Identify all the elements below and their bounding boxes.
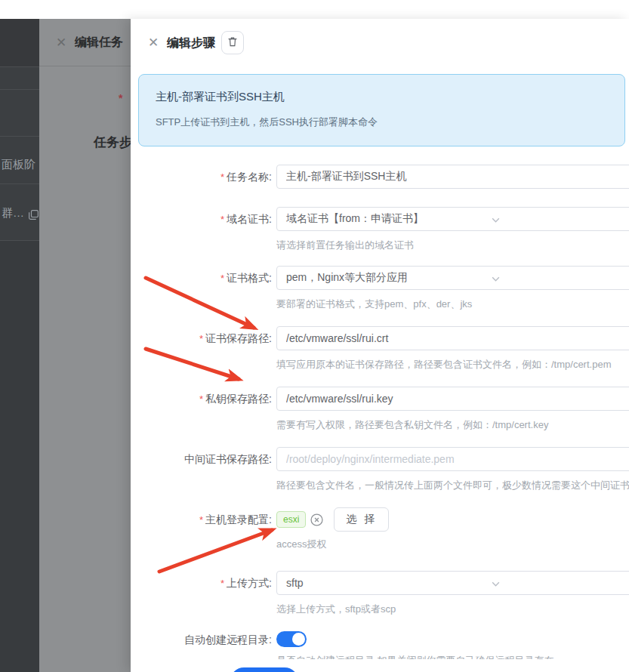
form-row-host-access: *主机登录配置: esxi 选 择 access授权 bbox=[131, 506, 629, 566]
toggle-knob bbox=[292, 633, 305, 646]
step-form: *任务名称: *域名证书: 域名证书【from：申请证书】 请选择前置任务输出的… bbox=[131, 19, 629, 659]
choose-access-button[interactable]: 选 择 bbox=[334, 507, 389, 532]
required-mark: * bbox=[220, 171, 224, 183]
chevron-down-icon bbox=[491, 578, 501, 588]
select-value: sftp bbox=[286, 577, 304, 589]
remove-tag-icon[interactable] bbox=[310, 513, 323, 526]
field-label: 主机登录配置: bbox=[205, 513, 272, 526]
form-row-upload-method: *上传方式: sftp 选择上传方式，sftp或者scp bbox=[131, 571, 629, 631]
domain-cert-select[interactable]: 域名证书【from：申请证书】 bbox=[276, 207, 629, 231]
field-label: 任务名称: bbox=[227, 171, 272, 183]
field-label: 上传方式: bbox=[227, 577, 272, 589]
field-label: 证书保存路径: bbox=[205, 332, 272, 344]
select-value: 域名证书【from：申请证书】 bbox=[286, 212, 424, 226]
field-help: access授权 bbox=[276, 538, 326, 551]
field-label: 域名证书: bbox=[227, 213, 272, 225]
required-mark: * bbox=[199, 333, 203, 344]
form-row-domain-cert: *域名证书: 域名证书【from：申请证书】 请选择前置任务输出的域名证书 bbox=[131, 207, 629, 267]
chevron-down-icon bbox=[491, 214, 501, 224]
cert-format-select[interactable]: pem，Nginx等大部分应用 bbox=[276, 266, 629, 290]
field-help: 选择上传方式，sftp或者scp bbox=[276, 603, 396, 616]
submit-button[interactable] bbox=[230, 667, 298, 672]
auto-mkdir-toggle[interactable] bbox=[276, 631, 307, 647]
cert-path-input[interactable] bbox=[276, 326, 629, 350]
required-mark: * bbox=[199, 514, 203, 526]
task-name-input[interactable] bbox=[276, 165, 629, 189]
form-row-key-path: *私钥保存路径: 需要有写入权限，路径要包含私钥文件名，例如：/tmp/cert… bbox=[131, 387, 629, 447]
field-help: 要部署的证书格式，支持pem、pfx、der、jks bbox=[276, 297, 472, 311]
field-label: 私钥保存路径: bbox=[205, 393, 272, 405]
required-mark: * bbox=[220, 214, 224, 225]
access-tag: esxi bbox=[276, 511, 306, 528]
key-path-input[interactable] bbox=[276, 387, 629, 411]
field-help: 请选择前置任务输出的域名证书 bbox=[276, 239, 414, 252]
form-row-cert-format: *证书格式: pem，Nginx等大部分应用 要部署的证书格式，支持pem、pf… bbox=[131, 266, 629, 326]
edit-step-drawer: ✕ 编辑步骤 主机-部署证书到SSH主机 SFTP上传证书到主机，然后SSH执行… bbox=[131, 19, 629, 672]
required-mark: * bbox=[220, 578, 224, 589]
select-value: pem，Nginx等大部分应用 bbox=[286, 271, 408, 285]
field-help: 是否自动创建远程目录,如果关闭则你需要自己确保远程目录存在 bbox=[276, 654, 554, 659]
intermediate-path-input[interactable] bbox=[276, 447, 629, 471]
field-label: 中间证书保存路径: bbox=[184, 453, 272, 465]
required-mark: * bbox=[220, 273, 224, 284]
form-row-auto-mkdir: 自动创建远程目录: 是否自动创建远程目录,如果关闭则你需要自己确保远程目录存在 bbox=[131, 631, 629, 659]
drawer-mask[interactable] bbox=[0, 19, 131, 672]
field-help: 需要有写入权限，路径要包含私钥文件名，例如：/tmp/cert.key bbox=[276, 418, 548, 432]
form-row-intermediate-path: 中间证书保存路径: 路径要包含文件名，一般情况传上面两个文件即可，极少数情况需要… bbox=[131, 447, 629, 507]
chevron-down-icon bbox=[491, 273, 501, 283]
upload-method-select[interactable]: sftp bbox=[276, 571, 629, 595]
required-mark: * bbox=[199, 393, 203, 405]
field-label: 自动创建远程目录: bbox=[184, 633, 272, 646]
form-row-cert-path: *证书保存路径: 填写应用原本的证书保存路径，路径要包含证书文件名，例如：/tm… bbox=[131, 326, 629, 387]
field-help: 填写应用原本的证书保存路径，路径要包含证书文件名，例如：/tmp/cert.pe… bbox=[276, 358, 611, 371]
field-label: 证书格式: bbox=[227, 272, 272, 284]
field-help: 路径要包含文件名，一般情况传上面两个文件即可，极少数情况需要这个中间证书 bbox=[276, 479, 629, 492]
